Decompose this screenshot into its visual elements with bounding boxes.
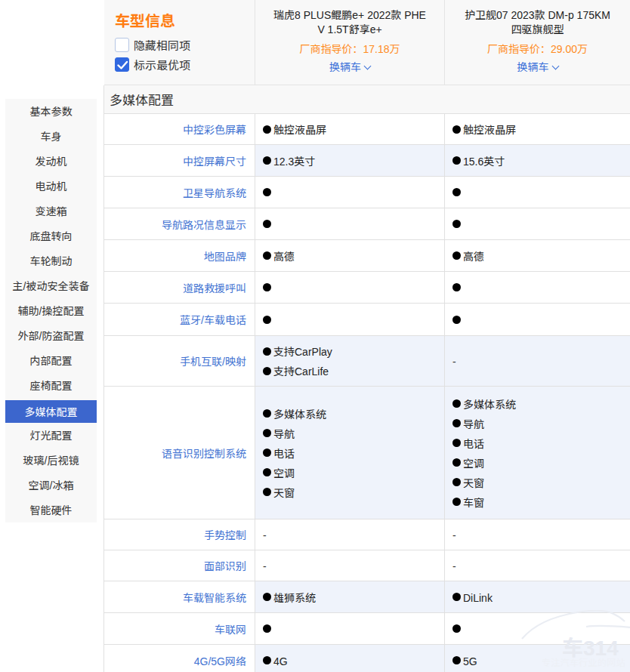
- svg-text:专注汽车行业的网站: 专注汽车行业的网站: [542, 655, 625, 668]
